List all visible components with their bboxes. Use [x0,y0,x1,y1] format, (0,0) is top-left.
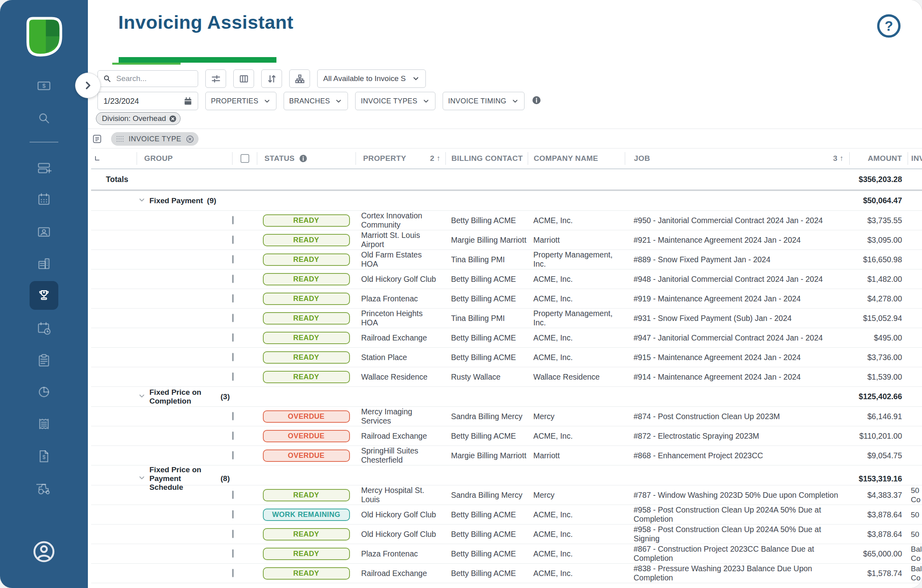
date-input[interactable]: 1/23/2024 [97,92,198,110]
row-checkbox[interactable] [232,451,234,459]
group-row[interactable]: Fixed Price on Payment Schedule(8)$153,3… [91,465,922,485]
group-settings-icon[interactable] [92,134,102,144]
status-badge[interactable]: OVERDUE [263,449,350,462]
sidebar-item-reports[interactable] [30,378,58,406]
invoice-row[interactable]: READYPrinceton Heights HOATina Billing P… [91,309,922,328]
row-checkbox[interactable] [232,569,234,577]
status-badge[interactable]: READY [263,567,350,580]
filter-invoice-timing[interactable]: INVOICE TIMING [443,92,525,110]
columns-button[interactable] [233,69,254,88]
status-badge[interactable]: READY [263,332,350,344]
row-checkbox[interactable] [232,432,234,440]
filter-invoice-types[interactable]: INVOICE TYPES [355,92,435,110]
row-checkbox[interactable] [232,255,234,263]
invoice-row[interactable]: READYCortex Innovation CommunityBetty Bi… [91,211,922,230]
row-checkbox[interactable] [232,314,234,322]
column-header-property[interactable]: PROPERTY 2 ↑ [356,152,445,165]
filter-settings-button[interactable] [205,69,226,88]
select-all-checkbox[interactable] [240,154,249,163]
status-badge[interactable]: READY [263,489,350,501]
filter-properties[interactable]: PROPERTIES [205,92,276,110]
column-header-job[interactable]: JOB 3 ↑ [625,152,849,165]
chevron-down-icon[interactable] [138,392,145,401]
invoice-row[interactable]: READYOld Hickory Golf ClubBetty Billing … [91,525,922,544]
sidebar-item-crew[interactable] [30,217,58,246]
info-icon[interactable] [532,95,541,107]
status-badge[interactable]: READY [263,312,350,325]
group-row[interactable]: Fixed Payment(9)$50,064.47 [91,191,922,211]
status-badge[interactable]: READY [263,293,350,305]
sidebar-item-billing[interactable]: $ [30,71,58,100]
column-header-company-name[interactable]: COMPANY NAME [528,152,625,165]
invoice-row[interactable]: READYPlaza FrontenacBetty Billing ACMEAC… [91,544,922,564]
invoice-row[interactable]: READYStation PlaceBetty Billing ACMEACME… [91,348,922,367]
invoice-row[interactable]: OVERDUERailroad ExchangeBetty Billing AC… [91,426,922,446]
row-checkbox[interactable] [232,294,234,303]
invoice-row[interactable]: READYOld Farm Estates HOATina Billing PM… [91,250,922,269]
status-badge[interactable]: WORK REMAINING [263,509,350,521]
invoice-row[interactable]: READYRailroad ExchangeBetty Billing ACME… [91,328,922,348]
row-checkbox[interactable] [232,372,234,381]
row-checkbox[interactable] [232,510,234,519]
remove-group-icon[interactable] [185,135,195,144]
invoice-row[interactable]: OVERDUESpringHill Suites ChesterfieldMar… [91,446,922,465]
division-filter-chip[interactable]: Division: Overhead [96,112,181,125]
view-select[interactable]: All Available to Invoice S [317,69,426,88]
invoice-row[interactable]: READYRailroad ExchangeBetty Billing ACME… [91,564,922,583]
invoice-row[interactable]: READYPlaza FrontenacBetty Billing ACMEAC… [91,289,922,309]
status-badge[interactable]: READY [263,548,350,560]
user-avatar-button[interactable] [30,537,58,566]
status-badge[interactable]: OVERDUE [263,430,350,442]
row-checkbox[interactable] [232,236,234,244]
remove-chip-icon[interactable] [169,115,177,123]
status-badge[interactable]: READY [263,371,350,383]
column-header-group[interactable]: GROUP [137,152,232,165]
sort-button[interactable] [261,69,282,88]
status-info-icon[interactable] [299,154,308,163]
select-all-header[interactable] [232,152,257,165]
status-badge[interactable]: READY [263,234,350,246]
row-checkbox[interactable] [232,275,234,283]
status-badge[interactable]: OVERDUE [263,410,350,423]
column-header-amount[interactable]: AMOUNT [849,152,908,165]
collapse-all-header[interactable] [91,152,103,165]
sidebar-item-invoices[interactable]: $ [30,442,58,471]
invoice-row[interactable]: READYWallace ResidenceRusty WallaceWalla… [91,367,922,387]
sidebar-item-properties[interactable] [30,249,58,278]
help-icon[interactable]: ? [876,13,902,41]
sidebar-item-add-list[interactable] [30,153,58,182]
row-checkbox[interactable] [232,216,234,224]
invoice-row[interactable]: WORK REMAININGOld Hickory Golf ClubBetty… [91,505,922,525]
invoice-row[interactable]: OVERDUEMercy Imaging ServicesSandra Bill… [91,407,922,426]
sidebar-item-clipboard[interactable] [30,346,58,374]
group-by-chip[interactable]: INVOICE TYPE [111,132,199,146]
sidebar-item-calendar[interactable] [30,185,58,214]
status-badge[interactable]: READY [263,273,350,285]
sidebar-item-receipts[interactable] [30,410,58,438]
column-header-inv[interactable]: INV [908,152,922,165]
status-badge[interactable]: READY [263,253,350,266]
row-checkbox[interactable] [232,549,234,558]
row-checkbox[interactable] [232,333,234,342]
invoice-row[interactable]: READYMarriott St. Louis AirportMargie Bi… [91,230,922,250]
row-checkbox[interactable] [232,491,234,499]
sidebar-item-equipment[interactable] [30,474,58,503]
filter-branches[interactable]: BRANCHES [284,92,348,110]
group-row[interactable]: Fixed Price on Completion(3)$125,402.66 [91,387,922,407]
sidebar-item-search[interactable] [30,104,58,133]
column-header-billing-contact[interactable]: BILLING CONTACT [445,152,528,165]
invoice-row[interactable]: READYOld Hickory Golf ClubBetty Billing … [91,269,922,289]
column-header-status[interactable]: STATUS [257,152,356,165]
status-badge[interactable]: READY [263,214,350,227]
row-checkbox[interactable] [232,530,234,538]
chevron-down-icon[interactable] [138,474,145,483]
sidebar-item-schedule[interactable] [30,314,58,343]
chevron-down-icon[interactable] [138,196,145,205]
row-checkbox[interactable] [232,412,234,420]
search-input[interactable] [97,70,198,87]
row-checkbox[interactable] [232,353,234,361]
status-badge[interactable]: READY [263,528,350,540]
status-badge[interactable]: READY [263,351,350,364]
hierarchy-button[interactable] [289,69,310,88]
sidebar-expand-button[interactable] [75,73,101,98]
